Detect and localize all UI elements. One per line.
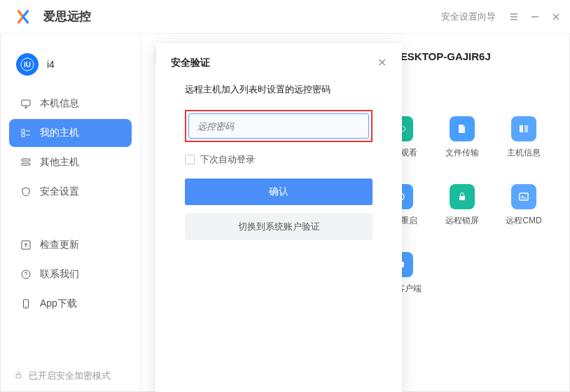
sidebar-item-label: 检查更新 [40,239,79,251]
footer-encryption-status: 已开启安全加密模式 [14,370,111,382]
svg-point-10 [25,306,26,307]
svg-rect-20 [16,374,21,378]
menu-icon[interactable] [508,11,520,22]
sidebar-item-label: App下载 [40,298,77,310]
hosts-icon [20,157,32,168]
sidebar-item-my-hosts[interactable]: 我的主机 [9,119,132,147]
svg-rect-17 [520,193,528,200]
svg-rect-2 [22,100,30,106]
sidebar-item-label: 其他主机 [40,156,79,169]
app-logo [14,8,32,26]
sidebar-item-label: 我的主机 [40,127,79,139]
action-file-transfer[interactable]: 文件传输 [438,116,487,159]
switch-account-button[interactable]: 切换到系统账户验证 [185,214,373,240]
svg-rect-3 [22,130,25,132]
password-input[interactable] [188,113,369,139]
monitor-icon [20,98,32,109]
auto-login-checkbox[interactable]: 下次自动登录 [185,153,373,166]
confirm-button[interactable]: 确认 [185,178,373,205]
sidebar: iU i4 本机信息 我的主机 其他主机 安全设置 [1,1,141,391]
sidebar-item-label: 联系我们 [40,268,79,281]
sidebar-item-update[interactable]: 检查更新 [9,231,132,259]
action-label: 远程锁屏 [445,215,479,227]
svg-rect-4 [22,134,25,136]
modal-close-icon[interactable]: ✕ [377,56,387,69]
file-icon [450,116,475,141]
action-label: 远程CMD [506,215,541,227]
action-cmd[interactable]: 远程CMD [499,184,548,227]
lock-icon [450,184,475,209]
modal-description: 远程主机加入列表时设置的远控密码 [185,83,373,96]
help-icon [20,269,32,280]
phone-icon [20,298,32,309]
security-wizard-link[interactable]: 安全设置向导 [441,10,496,23]
sidebar-item-local-info[interactable]: 本机信息 [9,90,132,118]
svg-rect-16 [459,196,465,200]
sidebar-item-app[interactable]: App下载 [9,290,132,318]
host-title: DESKTOP-GAJIR6J [393,50,555,62]
lock-small-icon [14,370,23,382]
checkbox-icon [185,155,195,164]
sidebar-item-other-hosts[interactable]: 其他主机 [9,148,132,176]
svg-rect-5 [22,159,30,161]
terminal-icon [511,184,536,209]
svg-text:iU: iU [24,61,31,69]
svg-rect-14 [524,125,528,132]
minimize-icon[interactable] [529,11,541,22]
footer-status-text: 已开启安全加密模式 [29,370,111,382]
upload-icon [20,239,32,251]
action-label: 主机信息 [507,147,541,159]
sidebar-item-label: 本机信息 [40,97,79,110]
app-title: 爱思远控 [43,8,91,24]
avatar: iU [16,53,39,76]
user-row[interactable]: iU i4 [1,46,140,90]
password-highlight-box [185,110,373,142]
action-host-info[interactable]: 主机信息 [499,116,548,159]
user-name: i4 [47,59,55,70]
sidebar-item-contact[interactable]: 联系我们 [9,260,132,288]
svg-rect-6 [22,163,30,165]
sidebar-item-label: 安全设置 [40,186,79,198]
security-verify-modal: 安全验证 ✕ 远程主机加入列表时设置的远控密码 下次自动登录 确认 切换到系统账… [155,43,402,392]
svg-rect-13 [520,125,523,132]
close-icon[interactable] [550,11,562,22]
action-lock-screen[interactable]: 远程锁屏 [438,184,487,227]
info-icon [511,116,536,141]
action-label: 文件传输 [445,147,479,159]
shield-icon [20,186,32,197]
titlebar: 爱思远控 安全设置向导 [0,0,570,34]
modal-title: 安全验证 [171,57,210,69]
auto-login-label: 下次自动登录 [200,153,255,166]
sidebar-item-security[interactable]: 安全设置 [9,178,132,206]
list-icon [20,127,32,139]
